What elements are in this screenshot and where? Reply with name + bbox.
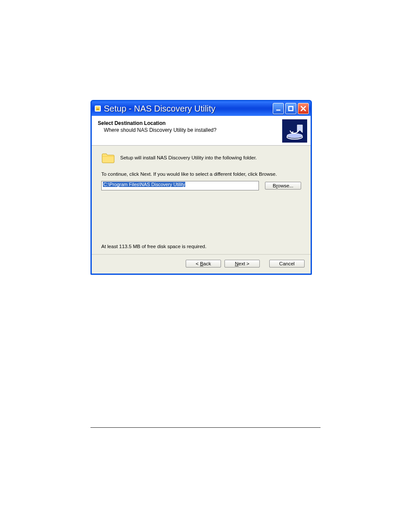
svg-rect-4 [289, 106, 293, 111]
window-title: Setup - NAS Discovery Utility [104, 104, 273, 114]
folder-icon [101, 152, 115, 164]
back-label: < Back [196, 261, 211, 266]
installer-icon [94, 105, 101, 112]
wizard-footer: < Back Next > Cancel [92, 254, 311, 274]
next-label: Next > [235, 261, 249, 266]
wizard-header: Select Destination Location Where should… [92, 116, 311, 146]
svg-point-7 [287, 134, 302, 138]
svg-rect-2 [97, 109, 99, 110]
install-drive-icon [282, 119, 307, 143]
destination-path-value: C:\Program Files\NAS Discovery Utility [103, 182, 185, 187]
setup-window: Setup - NAS Discovery Utility Select Des… [90, 100, 312, 275]
instruction-text: To continue, click Next. If you would li… [101, 171, 301, 177]
wizard-body: Setup will install NAS Discovery Utility… [92, 146, 311, 254]
svg-rect-3 [276, 109, 280, 110]
intro-text: Setup will install NAS Discovery Utility… [120, 155, 257, 160]
page-divider [90, 427, 321, 428]
header-subtitle: Where should NAS Discovery Utility be in… [98, 127, 282, 133]
header-title: Select Destination Location [98, 120, 282, 126]
next-button[interactable]: Next > [224, 260, 260, 268]
browse-button[interactable]: Browse... [265, 182, 301, 190]
back-button[interactable]: < Back [186, 260, 221, 268]
destination-path-input[interactable]: C:\Program Files\NAS Discovery Utility [101, 181, 259, 190]
disk-space-text: At least 113.5 MB of free disk space is … [101, 244, 301, 249]
maximize-button[interactable] [285, 103, 296, 114]
close-button[interactable] [298, 103, 309, 114]
title-bar[interactable]: Setup - NAS Discovery Utility [92, 101, 311, 116]
browse-label: Browse... [273, 183, 293, 188]
cancel-button[interactable]: Cancel [269, 260, 305, 268]
minimize-button[interactable] [273, 103, 284, 114]
